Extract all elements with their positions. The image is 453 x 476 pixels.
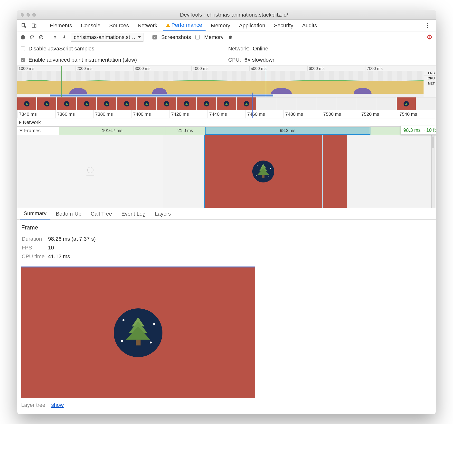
filmstrip-cell[interactable] [317,97,336,110]
filmstrip-cell[interactable] [277,97,296,110]
overview-fps-band [17,71,424,81]
filmstrip-cell[interactable] [237,97,256,110]
overview-timeline[interactable]: 1000 ms2000 ms3000 ms4000 ms5000 ms6000 … [17,66,436,97]
dtab-layers[interactable]: Layers [151,208,175,219]
tree-mini-icon [224,101,229,106]
frame-segment[interactable]: 21.0 ms [166,127,205,135]
tab-security[interactable]: Security [271,20,297,31]
tab-console[interactable]: Console [77,20,104,31]
filmstrip-cell[interactable] [57,97,76,110]
tree-mini-icon [124,101,129,106]
drawer-tabs: Summary Bottom-Up Call Tree Event Log La… [17,208,436,220]
filmstrip-cell[interactable] [177,97,196,110]
clear-icon[interactable] [39,35,44,40]
warning-icon [166,23,170,27]
more-menu-icon[interactable]: ⋮ [422,22,433,29]
tab-network[interactable]: Network [134,20,161,31]
layer-tree-show-link[interactable]: show [51,402,64,408]
filmstrip-cell[interactable] [157,97,176,110]
filmstrip-cell[interactable] [97,97,116,110]
devtools-window: DevTools - christmas-animations.stackbli… [17,10,436,414]
tab-sources[interactable]: Sources [106,20,132,31]
filmstrip-cell[interactable] [117,97,136,110]
filmstrip[interactable] [17,97,436,110]
download-icon[interactable] [62,35,67,40]
filmstrip-cell[interactable] [17,97,36,110]
ruler-tick: 7540 ms [398,110,436,118]
filmstrip-cell[interactable] [137,97,156,110]
dtab-calltree[interactable]: Call Tree [87,208,116,219]
tab-application[interactable]: Application [236,20,269,31]
frames-bar[interactable]: 1016.7 ms21.0 ms98.3 ms 98.3 ms ~ 10 fps… [59,127,436,135]
filmstrip-cell[interactable] [197,97,216,110]
frame-thumb-prev[interactable] [17,135,163,208]
frame-segment[interactable]: 1016.7 ms [59,127,166,135]
tab-performance[interactable]: Performance [163,20,206,31]
dtab-summary[interactable]: Summary [20,208,50,219]
ruler-tick: 7500 ms [322,110,360,118]
filmstrip-cell[interactable] [217,97,236,110]
frame-segment[interactable]: 98.3 ms [205,127,370,135]
filmstrip-cell[interactable] [397,97,416,110]
row-network[interactable]: Network [17,118,436,127]
overview-band-labels: FPS CPU NET [424,71,436,86]
frame-screenshots[interactable] [17,135,436,208]
filmstrip-cell[interactable] [357,97,376,110]
network-value: Online [253,46,268,52]
svg-rect-7 [86,175,94,176]
traffic-lights [21,13,36,17]
tab-elements[interactable]: Elements [46,20,76,31]
filmstrip-cell[interactable] [337,97,356,110]
max-traffic[interactable] [32,13,36,17]
titlebar: DevTools - christmas-animations.stackbli… [17,10,436,20]
upload-icon[interactable] [53,35,57,40]
screenshots-checkbox[interactable]: ✓ [152,35,157,39]
overview-range-start[interactable] [61,66,62,97]
filmstrip-cell[interactable] [377,97,396,110]
inspect-icon[interactable] [20,21,28,30]
record-icon[interactable] [21,35,25,39]
paint-checkbox[interactable]: ✓ [21,58,25,62]
ruler-tick: 7360 ms [55,110,93,118]
tab-audits[interactable]: Audits [299,20,320,31]
time-ruler[interactable]: 7340 ms7360 ms7380 ms7400 ms7420 ms7440 … [17,110,436,118]
tree-mini-icon [64,101,69,106]
dtab-eventlog[interactable]: Event Log [117,208,149,219]
tree-mini-icon [84,101,89,106]
tree-icon [252,161,274,182]
window-title: DevTools - christmas-animations.stackbli… [36,12,432,18]
filmstrip-cell[interactable] [257,97,276,110]
tab-memory[interactable]: Memory [208,20,234,31]
profile-select[interactable]: christmas-animations.st… [71,33,143,42]
dtab-bottomup[interactable]: Bottom-Up [52,208,85,219]
tree-mini-icon [184,101,189,106]
filmstrip-cell[interactable] [297,97,316,110]
frame-thumb-selected[interactable] [205,135,322,208]
gc-icon[interactable] [228,35,233,40]
tree-mini-icon [164,101,169,106]
frame-thumb-next[interactable] [323,135,347,208]
svg-rect-4 [54,38,57,39]
profile-select-label: christmas-animations.st… [74,34,135,40]
frame-tooltip: 98.3 ms ~ 10 fps Frame [401,126,436,135]
ruler-tick: 7400 ms [132,110,170,118]
reload-icon[interactable] [29,35,34,40]
close-traffic[interactable] [21,13,24,17]
settings-gear-icon[interactable]: ⚙ [427,33,432,41]
vertical-scrollbar[interactable] [431,135,435,208]
min-traffic[interactable] [27,13,30,17]
network-label: Network: [228,46,249,52]
chevron-down-icon [138,36,141,38]
device-toggle-icon[interactable] [30,21,38,30]
summary-pane: Frame Duration98.26 ms (at 7.37 s) FPS10… [17,220,436,414]
ruler-tick: 7480 ms [283,110,321,118]
filmstrip-cell[interactable] [37,97,56,110]
overview-range-end[interactable] [266,66,266,97]
main-tabs: Elements Console Sources Network Perform… [17,20,436,31]
filmstrip-cell[interactable] [77,97,96,110]
tree-mini-icon [244,101,249,106]
layer-tree-label: Layer tree [21,402,45,408]
disable-js-checkbox[interactable] [21,47,25,51]
row-frames[interactable]: Frames 1016.7 ms21.0 ms98.3 ms 98.3 ms ~… [17,127,436,135]
memory-checkbox[interactable] [195,35,200,39]
